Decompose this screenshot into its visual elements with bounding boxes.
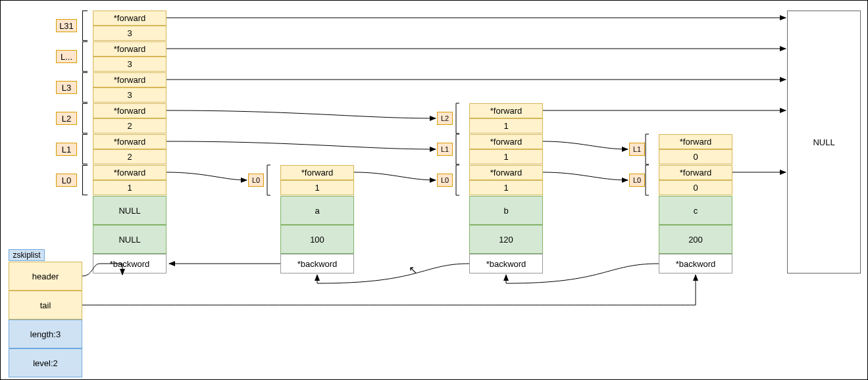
- bracket: [82, 134, 88, 164]
- header-l1-forward: *forward: [93, 134, 166, 149]
- level-tag-3: L3: [56, 81, 77, 94]
- header-l31-span: 3: [93, 26, 166, 41]
- header-ele: NULL: [93, 196, 166, 225]
- level-tag-dots: L...: [56, 50, 77, 63]
- node-c-l0-span: 0: [659, 180, 732, 195]
- cursor-icon: ↖: [409, 264, 417, 276]
- header-l3-span: 3: [93, 87, 166, 103]
- node-c-l0-forward: *forward: [659, 165, 732, 180]
- bracket: [82, 72, 88, 103]
- level-tag-0: L0: [56, 174, 77, 187]
- node-a-backword: *backword: [280, 254, 354, 273]
- header-l3-forward: *forward: [93, 72, 166, 87]
- node-c-l1-forward: *forward: [659, 134, 732, 149]
- zskiplist-header: header: [9, 262, 82, 291]
- header-l31-forward: *forward: [93, 11, 166, 26]
- header-l0-forward: *forward: [93, 165, 166, 180]
- header-backword: *backword: [93, 254, 166, 273]
- node-b-tag-l0: L0: [437, 174, 453, 187]
- bracket: [82, 165, 88, 195]
- node-b-l1-span: 1: [469, 149, 543, 164]
- header-l2-span: 2: [93, 118, 166, 133]
- node-b-tag-l1: L1: [437, 143, 453, 156]
- level-tag-1: L1: [56, 143, 77, 156]
- node-c-score: 200: [659, 225, 732, 254]
- zskiplist-label: zskiplist: [9, 249, 45, 261]
- zskiplist-length: length:3: [9, 320, 82, 348]
- node-a-ele: a: [280, 196, 354, 225]
- header-ldots-forward: *forward: [93, 41, 166, 57]
- node-c-tag-l1: L1: [629, 143, 645, 156]
- node-c-ele: c: [659, 196, 732, 225]
- header-score: NULL: [93, 225, 166, 254]
- node-a-tag-l0: L0: [248, 174, 264, 187]
- bracket: [82, 11, 88, 41]
- node-b-tag-l2: L2: [437, 112, 453, 125]
- node-b-ele: b: [469, 196, 543, 225]
- bracket: [82, 41, 88, 72]
- zskiplist-level: level:2: [9, 348, 82, 377]
- null-box: NULL: [787, 11, 861, 273]
- level-tag-2: L2: [56, 112, 77, 125]
- node-b-score: 120: [469, 225, 543, 254]
- node-a-l0-span: 1: [280, 180, 354, 195]
- node-b-l0-forward: *forward: [469, 165, 543, 180]
- node-b-l0-span: 1: [469, 180, 543, 195]
- level-tag-31: L31: [56, 19, 77, 32]
- node-c-l1-span: 0: [659, 149, 732, 164]
- header-l0-span: 1: [93, 180, 166, 195]
- node-c-tag-l0: L0: [629, 174, 645, 187]
- node-a-score: 100: [280, 225, 354, 254]
- header-l1-span: 2: [93, 149, 166, 164]
- node-b-backword: *backword: [469, 254, 543, 273]
- node-b-l1-forward: *forward: [469, 134, 543, 149]
- header-l2-forward: *forward: [93, 103, 166, 118]
- node-a-l0-forward: *forward: [280, 165, 354, 180]
- node-b-l2-forward: *forward: [469, 103, 543, 118]
- zskiplist-tail: tail: [9, 291, 82, 320]
- node-b-l2-span: 1: [469, 118, 543, 133]
- bracket: [82, 103, 88, 133]
- node-c-backword: *backword: [659, 254, 732, 273]
- header-ldots-span: 3: [93, 57, 166, 72]
